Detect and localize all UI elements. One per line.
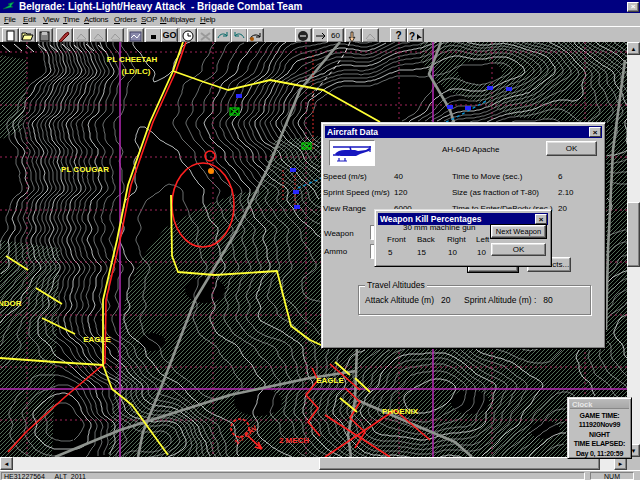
- svg-text:(LD/LC): (LD/LC): [122, 67, 151, 76]
- svg-text:EAGLE: EAGLE: [83, 335, 111, 344]
- svg-text:CONDOR: CONDOR: [0, 299, 22, 308]
- svg-text:?: ?: [409, 31, 415, 42]
- svg-text:PL CHEETAH: PL CHEETAH: [107, 55, 158, 64]
- svg-text:PHOENIX: PHOENIX: [382, 407, 419, 416]
- svg-text:2 MECH: 2 MECH: [279, 436, 309, 445]
- svg-text:PL COUGAR: PL COUGAR: [61, 165, 109, 174]
- svg-text:EAGLE: EAGLE: [316, 376, 344, 385]
